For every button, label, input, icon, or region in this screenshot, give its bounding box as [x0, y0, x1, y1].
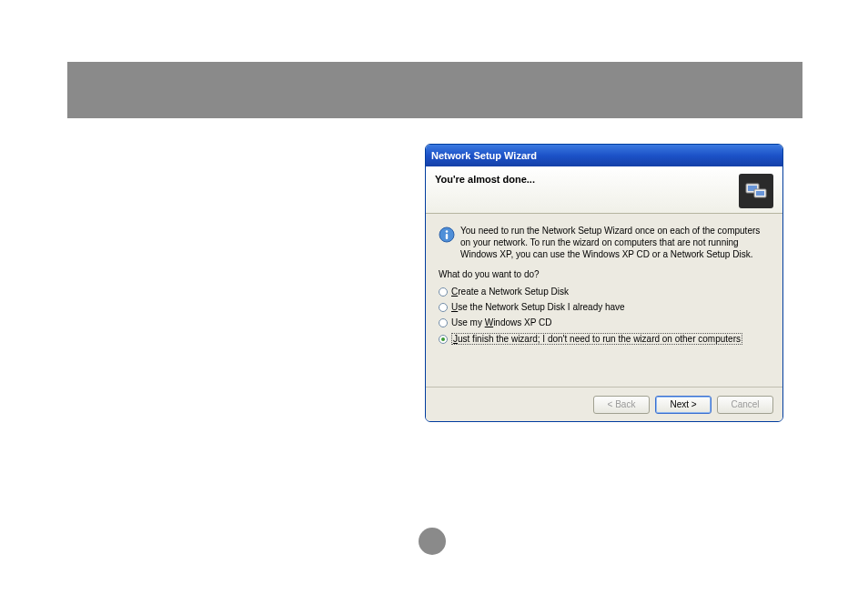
back-button-label: < Back	[608, 399, 636, 409]
svg-rect-6	[446, 234, 448, 239]
radio-use-existing-disk[interactable]: Use the Network Setup Disk I already hav…	[439, 302, 770, 312]
header-title: You're almost done...	[435, 174, 535, 185]
next-button-label: Next >	[670, 399, 696, 409]
info-text: You need to run the Network Setup Wizard…	[460, 225, 770, 260]
radio-use-xp-cd[interactable]: Use my Windows XP CD	[439, 317, 770, 327]
cancel-button-label: Cancel	[731, 399, 759, 409]
svg-point-5	[446, 230, 449, 233]
button-bar: < Back Next > Cancel	[426, 387, 782, 421]
dialog-header: You're almost done...	[426, 166, 782, 214]
radio-group: Create a Network Setup Disk Use the Netw…	[439, 287, 770, 345]
next-button[interactable]: Next >	[655, 396, 712, 414]
page-indicator	[419, 528, 446, 555]
question-text: What do you want to do?	[439, 269, 770, 279]
radio-label: Just finish the wizard; I don't need to …	[451, 333, 742, 345]
radio-just-finish[interactable]: Just finish the wizard; I don't need to …	[439, 333, 770, 345]
dialog-body: You need to run the Network Setup Wizard…	[426, 214, 782, 387]
dialog-titlebar[interactable]: Network Setup Wizard	[426, 145, 782, 166]
network-setup-wizard-dialog: Network Setup Wizard You're almost done.…	[425, 144, 783, 422]
radio-button-icon	[439, 318, 448, 327]
computer-network-icon	[739, 174, 773, 208]
radio-button-icon	[439, 303, 448, 312]
radio-label: Use the Network Setup Disk I already hav…	[451, 302, 625, 312]
svg-rect-3	[756, 191, 764, 196]
info-icon	[439, 226, 455, 243]
radio-button-icon	[439, 335, 448, 344]
radio-label: Use my Windows XP CD	[451, 317, 551, 327]
back-button[interactable]: < Back	[593, 396, 650, 414]
dialog-title: Network Setup Wizard	[431, 150, 537, 161]
radio-button-icon	[439, 287, 448, 297]
radio-label: Create a Network Setup Disk	[451, 287, 569, 297]
page-banner	[67, 62, 802, 118]
radio-create-disk[interactable]: Create a Network Setup Disk	[439, 287, 770, 297]
cancel-button[interactable]: Cancel	[717, 396, 773, 414]
